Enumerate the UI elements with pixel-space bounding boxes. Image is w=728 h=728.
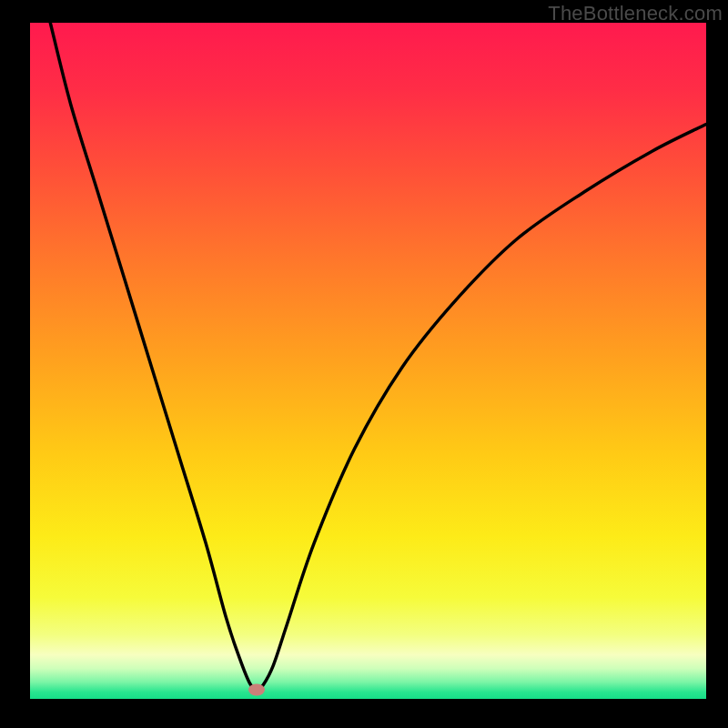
chart-frame: TheBottleneck.com	[0, 0, 728, 728]
watermark-text: TheBottleneck.com	[548, 2, 723, 25]
optimal-point-marker	[248, 683, 265, 695]
plot-area	[30, 23, 706, 699]
bottleneck-curve	[30, 23, 706, 699]
